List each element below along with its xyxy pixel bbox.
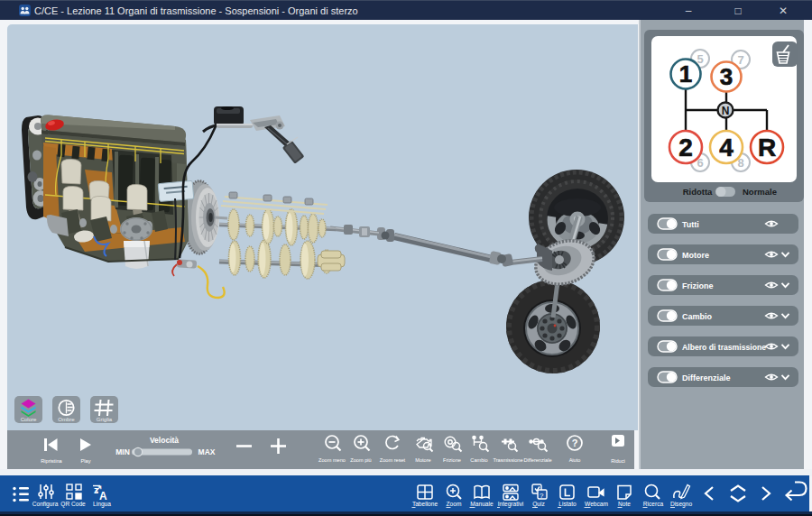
svg-text:Listato: Listato <box>558 501 577 507</box>
svg-text:Disegno: Disegno <box>670 501 693 508</box>
svg-text:Configura: Configura <box>32 501 59 508</box>
svg-text:Tabellone: Tabellone <box>412 501 438 507</box>
svg-text:Zoom reset: Zoom reset <box>380 457 406 463</box>
svg-text:Zoom: Zoom <box>447 501 462 507</box>
svg-text:Cambio: Cambio <box>470 457 487 463</box>
svg-text:Integrativi: Integrativi <box>498 501 524 508</box>
svg-text:?: ? <box>540 492 544 500</box>
svg-text:2: 2 <box>678 134 693 161</box>
svg-text:Zoom più: Zoom più <box>350 457 371 463</box>
svg-text:Play: Play <box>81 458 91 464</box>
svg-text:1: 1 <box>679 60 692 88</box>
svg-text:Motore: Motore <box>682 251 709 260</box>
svg-text:N: N <box>722 105 730 117</box>
svg-text:Normale: Normale <box>743 187 777 197</box>
svg-text:Colore: Colore <box>21 417 37 422</box>
svg-text:Trasmissione: Trasmissione <box>493 457 522 463</box>
svg-text:R: R <box>758 134 776 161</box>
svg-text:Ombre: Ombre <box>58 417 75 422</box>
svg-text:Zoom meno: Zoom meno <box>318 457 346 463</box>
svg-text:Riduci: Riduci <box>611 458 625 464</box>
svg-text:Tutti: Tutti <box>682 220 699 229</box>
svg-text:Cambio: Cambio <box>682 312 713 321</box>
svg-text:Albero di trasmissione: Albero di trasmissione <box>682 343 766 352</box>
svg-text:z: z <box>94 485 98 495</box>
svg-text:Quiz: Quiz <box>532 501 545 508</box>
svg-text:Differenziale: Differenziale <box>524 457 552 463</box>
svg-text:QR Code: QR Code <box>60 501 86 508</box>
svg-text:Ricerca: Ricerca <box>643 501 664 507</box>
svg-text:Ridotta: Ridotta <box>683 187 713 197</box>
svg-text:Aiuto: Aiuto <box>569 457 581 463</box>
svg-text:Velocità: Velocità <box>150 436 179 445</box>
svg-text:Frizione: Frizione <box>443 457 461 463</box>
svg-text:Motore: Motore <box>415 457 430 463</box>
svg-text:Ripristina: Ripristina <box>41 458 62 464</box>
svg-text:Webcam: Webcam <box>585 501 608 507</box>
svg-text:MIN: MIN <box>115 447 130 456</box>
svg-text:Lingua: Lingua <box>93 501 111 508</box>
svg-text:4: 4 <box>719 134 734 161</box>
svg-text:Note: Note <box>618 501 631 507</box>
svg-text:Griglia: Griglia <box>97 417 113 422</box>
svg-text:Manuale: Manuale <box>470 501 494 507</box>
svg-text:3: 3 <box>720 63 733 90</box>
svg-text:Differenziale: Differenziale <box>682 373 731 382</box>
svg-text:7: 7 <box>737 53 743 67</box>
svg-text:MAX: MAX <box>198 447 216 456</box>
svg-text:Frizione: Frizione <box>682 281 714 290</box>
svg-text:?: ? <box>572 438 578 448</box>
